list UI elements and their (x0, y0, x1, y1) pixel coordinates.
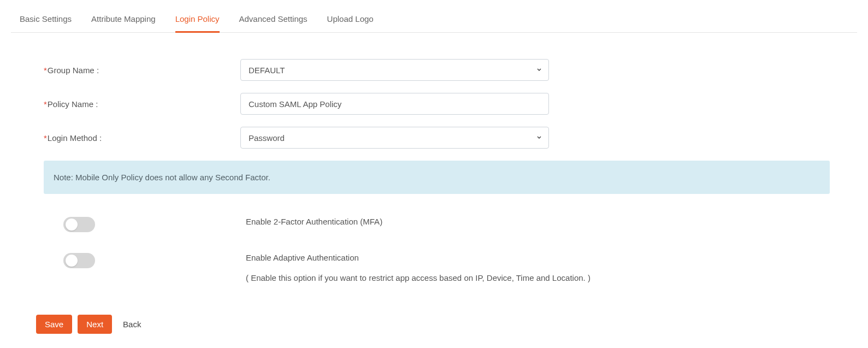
select-login-method[interactable]: Password (240, 127, 549, 149)
row-policy-name: *Policy Name : (44, 93, 830, 115)
label-policy-name-text: Policy Name : (48, 99, 98, 109)
toggle-adaptive[interactable] (63, 253, 95, 268)
tab-login-policy[interactable]: Login Policy (175, 10, 220, 33)
required-mark: * (44, 66, 47, 75)
tab-basic-settings[interactable]: Basic Settings (20, 10, 72, 32)
toggle-mfa[interactable] (63, 217, 95, 232)
note-box: Note: Mobile Only Policy does not allow … (44, 161, 830, 194)
save-button[interactable]: Save (36, 315, 72, 334)
next-button[interactable]: Next (78, 315, 112, 334)
select-group-name[interactable]: DEFAULT (240, 59, 549, 81)
row-adaptive-toggle: Enable Adaptive Authentication ( Enable … (44, 252, 830, 284)
label-policy-name: *Policy Name : (44, 99, 240, 109)
required-mark: * (44, 99, 47, 109)
input-policy-name[interactable] (240, 93, 549, 115)
tab-advanced-settings[interactable]: Advanced Settings (239, 10, 308, 32)
tabs-bar: Basic Settings Attribute Mapping Login P… (11, 10, 857, 33)
label-mfa: Enable 2-Factor Authentication (MFA) (246, 216, 382, 228)
row-group-name: *Group Name : DEFAULT (44, 59, 830, 81)
row-login-method: *Login Method : Password (44, 127, 830, 149)
label-adaptive-sub: ( Enable this option if you want to rest… (246, 272, 591, 285)
select-group-name-wrap: DEFAULT (240, 59, 549, 81)
select-login-method-wrap: Password (240, 127, 549, 149)
tab-upload-logo[interactable]: Upload Logo (327, 10, 374, 32)
form-area: *Group Name : DEFAULT *Policy Name : *Lo… (11, 33, 857, 309)
label-group-name-text: Group Name : (48, 66, 99, 75)
tab-attribute-mapping[interactable]: Attribute Mapping (91, 10, 156, 32)
back-button[interactable]: Back (117, 315, 146, 334)
toggle-knob (66, 219, 78, 231)
button-row: Save Next Back (3, 315, 857, 334)
label-adaptive: Enable Adaptive Authentication (246, 252, 591, 264)
label-login-method-text: Login Method : (48, 133, 102, 143)
label-login-method: *Login Method : (44, 133, 240, 143)
row-mfa-toggle: Enable 2-Factor Authentication (MFA) (44, 216, 830, 232)
toggle-knob (66, 255, 78, 267)
required-mark: * (44, 133, 47, 143)
label-group-name: *Group Name : (44, 66, 240, 75)
